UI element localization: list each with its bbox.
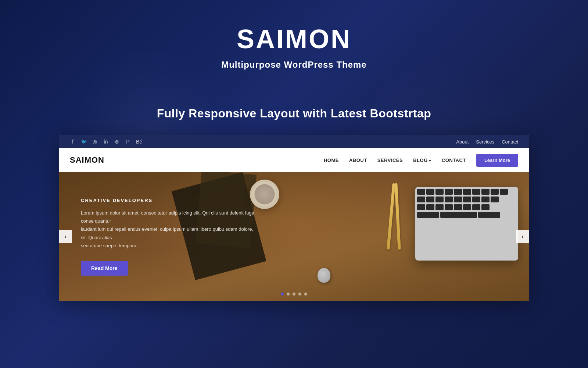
slider-prev-button[interactable]: ‹ bbox=[59, 230, 72, 243]
demo-website: f 🐦 ◎ in ⊛ P Bé About Services Contact S… bbox=[59, 135, 529, 301]
key bbox=[463, 189, 471, 195]
hero-body-line2: laudant ium qui repell endus eveniet, cu… bbox=[81, 226, 253, 240]
key bbox=[435, 197, 444, 202]
hero-cta-button[interactable]: Read More bbox=[81, 261, 128, 276]
topbar-links: About Services Contact bbox=[456, 139, 518, 145]
page-hero: SAIMON Multipurpose WordPress Theme bbox=[0, 0, 588, 70]
key bbox=[472, 204, 480, 210]
topbar-about-link[interactable]: About bbox=[456, 139, 469, 145]
demo-hero-slider: ‹ CREATIVE DEVELOPERS Lorem ipsum dolor … bbox=[59, 172, 529, 301]
nav-about[interactable]: ABOUT bbox=[349, 158, 367, 163]
earbud-left bbox=[318, 268, 330, 283]
key bbox=[426, 197, 434, 202]
key bbox=[481, 189, 490, 195]
nav-contact[interactable]: CONTACT bbox=[442, 158, 466, 163]
key bbox=[454, 204, 462, 210]
key bbox=[445, 197, 453, 202]
key bbox=[454, 189, 462, 195]
slider-dot-4[interactable] bbox=[298, 293, 301, 296]
hero-eyebrow: CREATIVE DEVELOPERS bbox=[81, 198, 257, 203]
tagline-text: Fully Responsive Layout with Latest Boot… bbox=[0, 107, 588, 120]
hero-body-line1: Lorem ipsum dolor sit amet, consec tetur… bbox=[81, 210, 254, 224]
nav-links: HOME ABOUT SERVICES BLOG CONTACT Learn M… bbox=[324, 154, 518, 167]
nav-cta-button[interactable]: Learn More bbox=[476, 154, 518, 167]
keyboard-row-3 bbox=[417, 204, 516, 210]
slider-dot-3[interactable] bbox=[293, 293, 295, 296]
key bbox=[481, 204, 490, 210]
hero-content: CREATIVE DEVELOPERS Lorem ipsum dolor si… bbox=[59, 198, 279, 275]
key bbox=[426, 189, 434, 195]
twitter-icon[interactable]: 🐦 bbox=[81, 139, 87, 145]
slider-dot-1[interactable] bbox=[281, 293, 284, 296]
key bbox=[417, 189, 425, 195]
nav-home[interactable]: HOME bbox=[324, 158, 339, 163]
key bbox=[472, 189, 480, 195]
laptop-keyboard bbox=[415, 187, 518, 261]
behance-icon[interactable]: Bé bbox=[136, 139, 142, 145]
key bbox=[478, 212, 500, 218]
key bbox=[463, 204, 471, 210]
key bbox=[481, 197, 490, 202]
key bbox=[454, 197, 462, 202]
key bbox=[435, 204, 444, 210]
page-subtitle: Multipurpose WordPress Theme bbox=[0, 60, 588, 70]
demo-topbar: f 🐦 ◎ in ⊛ P Bé About Services Contact bbox=[59, 135, 529, 148]
demo-logo: SAIMON bbox=[70, 155, 104, 165]
pinterest-icon[interactable]: P bbox=[125, 139, 131, 145]
keyboard-row-1 bbox=[417, 189, 516, 195]
nav-services[interactable]: SERVICES bbox=[377, 158, 403, 163]
key bbox=[445, 189, 453, 195]
topbar-contact-link[interactable]: Contact bbox=[502, 139, 518, 145]
slider-next-button[interactable]: › bbox=[516, 230, 529, 243]
earbuds-decoration bbox=[318, 268, 340, 290]
key bbox=[491, 189, 499, 195]
tagline-section: Fully Responsive Layout with Latest Boot… bbox=[0, 107, 588, 120]
demo-navbar: SAIMON HOME ABOUT SERVICES BLOG CONTACT … bbox=[59, 148, 529, 172]
key bbox=[426, 204, 434, 210]
key bbox=[435, 189, 444, 195]
instagram-icon[interactable]: ◎ bbox=[92, 139, 98, 145]
page-title: SAIMON bbox=[0, 26, 588, 52]
key bbox=[500, 189, 508, 195]
linkedin-icon[interactable]: in bbox=[103, 139, 109, 145]
key bbox=[491, 197, 499, 202]
hero-body-line3: sed atque saepe, tempora. bbox=[81, 243, 138, 248]
topbar-services-link[interactable]: Services bbox=[476, 139, 494, 145]
dribbble-icon[interactable]: ⊛ bbox=[114, 139, 120, 145]
key bbox=[417, 212, 439, 218]
key bbox=[472, 197, 480, 202]
nav-blog[interactable]: BLOG bbox=[413, 158, 431, 163]
key bbox=[463, 197, 471, 202]
keyboard-row-4 bbox=[417, 212, 516, 218]
hero-body: Lorem ipsum dolor sit amet, consec tetur… bbox=[81, 209, 257, 250]
slider-dot-5[interactable] bbox=[304, 293, 307, 296]
slider-dot-2[interactable] bbox=[287, 293, 290, 296]
facebook-icon[interactable]: f bbox=[70, 139, 76, 145]
key bbox=[440, 212, 477, 218]
social-icons-group: f 🐦 ◎ in ⊛ P Bé bbox=[70, 139, 142, 145]
keyboard-row-2 bbox=[417, 197, 516, 202]
key bbox=[417, 197, 425, 202]
key bbox=[417, 204, 425, 210]
slider-dots bbox=[281, 293, 307, 296]
key bbox=[445, 204, 453, 210]
